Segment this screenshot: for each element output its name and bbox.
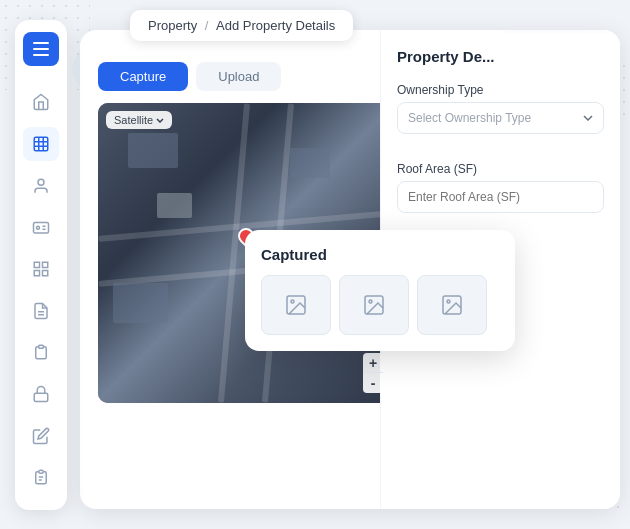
svg-rect-9 — [43, 262, 48, 267]
map-zoom-controls: + - — [363, 353, 383, 393]
captured-image-2 — [339, 275, 409, 335]
image-placeholder-icon-1 — [284, 293, 308, 317]
svg-rect-11 — [43, 271, 48, 276]
map-building-5 — [157, 193, 192, 218]
grid-icon — [32, 260, 50, 278]
property-details-title: Property De... — [397, 48, 604, 65]
sidebar-item-clipboard[interactable] — [23, 460, 59, 494]
captured-images-list — [261, 275, 499, 335]
idcard-icon — [32, 218, 50, 236]
edit-icon — [32, 427, 50, 445]
reports-icon — [32, 302, 50, 320]
svg-rect-14 — [39, 346, 44, 349]
breadcrumb-current: Add Property Details — [216, 18, 335, 33]
svg-rect-8 — [34, 262, 39, 267]
home-icon — [32, 93, 50, 111]
svg-rect-10 — [34, 271, 39, 276]
svg-point-21 — [369, 300, 372, 303]
captured-image-3 — [417, 275, 487, 335]
building-icon — [32, 135, 50, 153]
menu-bar-3 — [33, 54, 49, 56]
svg-rect-0 — [34, 137, 48, 151]
ownership-type-group: Ownership Type Select Ownership Type — [397, 83, 604, 148]
roof-area-input[interactable] — [397, 181, 604, 213]
captured-title: Captured — [261, 246, 499, 263]
sidebar-item-home[interactable] — [23, 86, 59, 120]
svg-point-7 — [37, 227, 40, 230]
menu-button[interactable] — [23, 32, 59, 66]
menu-bar-2 — [33, 48, 49, 50]
map-building-2 — [290, 148, 330, 178]
roof-area-label: Roof Area (SF) — [397, 162, 604, 176]
document-icon — [32, 343, 50, 361]
svg-point-5 — [38, 179, 44, 185]
sidebar-item-grid[interactable] — [23, 252, 59, 286]
sidebar — [15, 20, 67, 510]
svg-point-19 — [291, 300, 294, 303]
sidebar-item-person[interactable] — [23, 169, 59, 203]
sidebar-item-reports[interactable] — [23, 294, 59, 328]
breadcrumb-parent: Property — [148, 18, 197, 33]
svg-rect-15 — [34, 393, 48, 401]
person-icon — [32, 177, 50, 195]
lock-icon — [32, 385, 50, 403]
svg-point-23 — [447, 300, 450, 303]
chevron-down-icon — [156, 118, 164, 123]
breadcrumb: Property / Add Property Details — [130, 10, 353, 41]
map-label-text: Satellite — [114, 114, 153, 126]
ownership-type-select[interactable]: Select Ownership Type — [397, 102, 604, 134]
map-building-3 — [113, 283, 168, 323]
zoom-in-button[interactable]: + — [363, 353, 383, 373]
main-card: Capture Upload — [80, 30, 620, 509]
sidebar-item-document[interactable] — [23, 335, 59, 369]
card-content: Capture Upload — [80, 30, 620, 509]
roof-area-group: Roof Area (SF) — [397, 162, 604, 213]
zoom-out-button[interactable]: - — [363, 373, 383, 393]
capture-tab[interactable]: Capture — [98, 62, 188, 91]
menu-bar-1 — [33, 42, 49, 44]
clipboard-icon — [32, 468, 50, 486]
sidebar-item-idcard[interactable] — [23, 211, 59, 245]
sidebar-item-lock[interactable] — [23, 377, 59, 411]
image-placeholder-icon-3 — [440, 293, 464, 317]
captured-image-1 — [261, 275, 331, 335]
sidebar-item-edit[interactable] — [23, 419, 59, 453]
ownership-type-label: Ownership Type — [397, 83, 604, 97]
breadcrumb-separator: / — [205, 18, 209, 33]
map-building-1 — [128, 133, 178, 168]
upload-tab[interactable]: Upload — [196, 62, 281, 91]
captured-panel: Captured — [245, 230, 515, 351]
image-placeholder-icon-2 — [362, 293, 386, 317]
sidebar-item-building[interactable] — [23, 127, 59, 161]
map-satellite-label[interactable]: Satellite — [106, 111, 172, 129]
